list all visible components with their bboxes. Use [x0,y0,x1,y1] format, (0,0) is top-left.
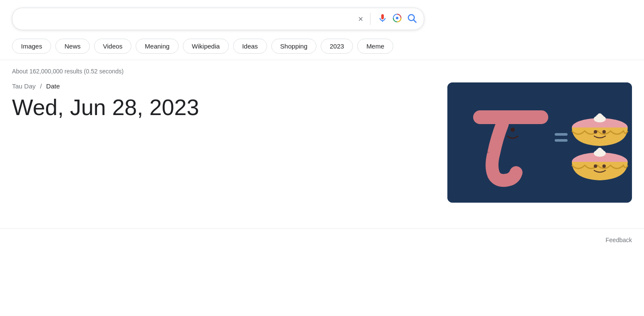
filter-chip-news[interactable]: News [55,39,90,54]
search-bar-icons: × [358,13,417,25]
breadcrumb-main[interactable]: Tau Day [12,82,36,90]
svg-rect-5 [473,110,548,124]
search-input[interactable]: tau day [19,14,354,24]
feedback-link[interactable]: Feedback [606,237,632,243]
knowledge-image [447,82,632,203]
breadcrumb-sub: Date [46,82,60,90]
breadcrumb: Tau Day / Date [12,82,430,90]
svg-point-12 [598,113,602,117]
voice-icon[interactable] [377,13,388,25]
svg-point-1 [396,17,398,19]
filter-chip-shopping[interactable]: Shopping [271,39,316,54]
breadcrumb-sep: / [40,82,42,90]
svg-point-6 [510,128,515,132]
separator [370,13,371,25]
svg-line-3 [414,20,416,23]
feedback-row: Feedback [0,228,644,248]
filter-chip-2023[interactable]: 2023 [321,39,353,54]
search-submit-icon[interactable] [407,13,417,25]
results-area: About 162,000,000 results (0.52 seconds)… [0,60,644,203]
filter-chip-ideas[interactable]: Ideas [233,39,267,54]
svg-point-14 [602,130,606,134]
svg-rect-7 [555,133,568,136]
svg-point-19 [594,164,597,168]
knowledge-left: Tau Day / Date Wed, Jun 28, 2023 [12,82,430,121]
knowledge-row: Tau Day / Date Wed, Jun 28, 2023 [12,82,632,203]
filter-chip-meaning[interactable]: Meaning [136,39,179,54]
filter-chip-wikipedia[interactable]: Wikipedia [183,39,229,54]
filter-chip-videos[interactable]: Videos [94,39,132,54]
clear-icon[interactable]: × [358,14,363,24]
tau-day-illustration [447,82,632,203]
lens-icon[interactable] [392,13,402,25]
svg-point-13 [594,130,597,134]
filter-chip-images[interactable]: Images [12,39,51,54]
filter-chip-meme[interactable]: Meme [357,39,393,54]
svg-point-20 [602,164,606,168]
date-value: Wed, Jun 28, 2023 [12,94,430,121]
filter-row: ImagesNewsVideosMeaningWikipediaIdeasSho… [0,36,644,60]
results-count: About 162,000,000 results (0.52 seconds) [12,68,632,75]
search-bar-wrapper: tau day × [0,0,644,36]
svg-rect-8 [555,139,568,142]
svg-point-18 [598,148,602,151]
search-bar: tau day × [12,8,424,30]
